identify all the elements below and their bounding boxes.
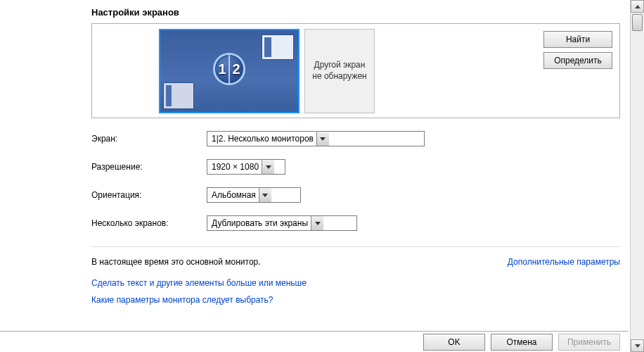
badge-left-number: 1 — [215, 55, 229, 83]
triangle-up-icon — [635, 5, 640, 8]
monitor-tile[interactable]: 1 2 — [159, 29, 300, 113]
triangle-down-icon — [635, 344, 640, 348]
chevron-down-icon[interactable] — [262, 160, 274, 174]
resolution-select[interactable]: 1920 × 1080 — [207, 159, 285, 175]
apply-button: Применить — [558, 334, 620, 351]
dialog-button-bar: OK Отмена Применить — [0, 331, 629, 352]
which-settings-link[interactable]: Какие параметры монитора следует выбрать… — [91, 295, 273, 305]
resolution-select-value: 1920 × 1080 — [207, 162, 262, 172]
primary-monitor-text: В настоящее время это основной монитор. — [91, 257, 261, 267]
other-line: не обнаружен — [312, 71, 366, 82]
scroll-thumb[interactable] — [632, 14, 643, 31]
text-size-link[interactable]: Сделать текст и другие элементы больше и… — [91, 278, 307, 288]
identify-button[interactable]: Определить — [543, 52, 612, 69]
find-button[interactable]: Найти — [543, 31, 612, 48]
other-line: Другой экран — [314, 60, 366, 71]
multi-label: Несколько экранов: — [91, 218, 205, 228]
badge-right-number: 2 — [229, 55, 243, 83]
orientation-select-value: Альбомная — [207, 190, 259, 200]
display-select-value: 1|2. Несколько мониторов — [207, 134, 316, 144]
other-display-placeholder[interactable]: Другой экран не обнаружен — [304, 29, 375, 113]
preview-window-icon — [262, 34, 294, 60]
orientation-select[interactable]: Альбомная — [207, 187, 301, 203]
display-preview: 1 2 Другой экран не обнаружен Найти Опре… — [91, 23, 620, 118]
multi-select-value: Дублировать эти экраны — [207, 218, 311, 228]
resolution-label: Разрешение: — [91, 162, 205, 172]
scroll-down-button[interactable] — [631, 339, 644, 352]
monitor-id-badge: 1 2 — [213, 53, 245, 85]
vertical-scrollbar[interactable] — [630, 0, 644, 352]
display-select[interactable]: 1|2. Несколько мониторов — [207, 131, 425, 146]
chevron-down-icon[interactable] — [259, 188, 271, 202]
chevron-down-icon[interactable] — [311, 216, 323, 230]
orientation-label: Ориентация: — [91, 190, 205, 200]
multi-select[interactable]: Дублировать эти экраны — [207, 215, 357, 231]
ok-button[interactable]: OK — [423, 334, 485, 351]
scroll-track[interactable] — [631, 13, 644, 339]
cancel-button[interactable]: Отмена — [491, 334, 553, 351]
advanced-settings-link[interactable]: Дополнительные параметры — [508, 257, 620, 267]
chevron-down-icon[interactable] — [316, 132, 329, 146]
preview-window-icon — [163, 82, 194, 109]
section-title: Настройки экранов — [91, 7, 620, 18]
scroll-up-button[interactable] — [631, 0, 644, 13]
display-label: Экран: — [91, 134, 205, 144]
